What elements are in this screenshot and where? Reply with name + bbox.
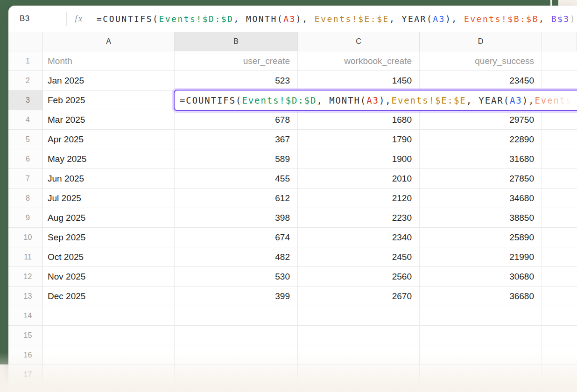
cell-D17[interactable]	[420, 365, 542, 385]
cell-A2[interactable]: Jan 2025	[43, 71, 175, 91]
cell-B1[interactable]: user_create	[175, 51, 298, 71]
cell-B16[interactable]	[175, 345, 298, 365]
cell-B4[interactable]: 678	[175, 110, 298, 130]
cell-E16[interactable]	[542, 345, 577, 365]
cell-A3[interactable]: Feb 2025	[43, 91, 175, 110]
column-header-e[interactable]	[542, 32, 577, 51]
cell-B13[interactable]: 399	[175, 287, 298, 306]
cell-B5[interactable]: 367	[175, 130, 298, 149]
cell-A14[interactable]	[43, 306, 175, 326]
cell-D[interactable]	[420, 385, 542, 392]
cell-C14[interactable]	[298, 306, 420, 326]
cell-D12[interactable]: 30680	[420, 267, 542, 287]
row-header-3[interactable]: 3	[8, 91, 43, 110]
cell-B12[interactable]: 530	[175, 267, 298, 287]
cell-B9[interactable]: 398	[175, 208, 298, 228]
row-header-6[interactable]: 6	[8, 149, 43, 169]
cell-B10[interactable]: 674	[175, 228, 298, 247]
cell-C1[interactable]: workbook_create	[298, 51, 420, 71]
cell-B[interactable]	[175, 385, 298, 392]
cell-E13[interactable]	[542, 287, 577, 306]
column-header-a[interactable]: A	[43, 32, 175, 51]
cell-reference-box[interactable]: B3	[8, 14, 66, 23]
cell-B11[interactable]: 482	[175, 247, 298, 267]
row-header-14[interactable]: 14	[8, 306, 43, 326]
cell-B7[interactable]: 455	[175, 169, 298, 189]
cell-A17[interactable]	[43, 365, 175, 385]
cell-E6[interactable]	[542, 149, 577, 169]
cell-C17[interactable]	[298, 365, 420, 385]
cell-A15[interactable]	[43, 326, 175, 345]
cell-E14[interactable]	[542, 306, 577, 326]
cell-C[interactable]	[298, 385, 420, 392]
row-header-17[interactable]: 17	[8, 365, 43, 385]
column-header-c[interactable]: C	[298, 32, 420, 51]
cell-D9[interactable]: 38850	[420, 208, 542, 228]
cell-C16[interactable]	[298, 345, 420, 365]
cell-A9[interactable]: Aug 2025	[43, 208, 175, 228]
cell-D2[interactable]: 23450	[420, 71, 542, 91]
cell-D4[interactable]: 29750	[420, 110, 542, 130]
cell-C5[interactable]: 1790	[298, 130, 420, 149]
cell-E9[interactable]	[542, 208, 577, 228]
row-header-1[interactable]: 1	[8, 51, 43, 71]
cell-B15[interactable]	[175, 326, 298, 345]
cell-A6[interactable]: May 2025	[43, 149, 175, 169]
cell-E4[interactable]	[542, 110, 577, 130]
cell-E5[interactable]	[542, 130, 577, 149]
cell-E[interactable]	[542, 385, 577, 392]
cell-A10[interactable]: Sep 2025	[43, 228, 175, 247]
cell-E17[interactable]	[542, 365, 577, 385]
cell-A7[interactable]: Jun 2025	[43, 169, 175, 189]
cell-A13[interactable]: Dec 2025	[43, 287, 175, 306]
cell-A5[interactable]: Apr 2025	[43, 130, 175, 149]
cell-E7[interactable]	[542, 169, 577, 189]
row-header-13[interactable]: 13	[8, 287, 43, 306]
cell-A16[interactable]	[43, 345, 175, 365]
cell-E12[interactable]	[542, 267, 577, 287]
cell-D11[interactable]: 21990	[420, 247, 542, 267]
grid-corner-cell[interactable]	[8, 32, 43, 51]
cell-B6[interactable]: 589	[175, 149, 298, 169]
cell-E2[interactable]	[542, 71, 577, 91]
cell-B14[interactable]	[175, 306, 298, 326]
cell-E11[interactable]	[542, 247, 577, 267]
cell-D13[interactable]: 36680	[420, 287, 542, 306]
cell-C10[interactable]: 2340	[298, 228, 420, 247]
row-header-9[interactable]: 9	[8, 208, 43, 228]
cell-B2[interactable]: 523	[175, 71, 298, 91]
cell-D6[interactable]: 31680	[420, 149, 542, 169]
cell-B8[interactable]: 612	[175, 189, 298, 208]
cell-C15[interactable]	[298, 326, 420, 345]
row-header-16[interactable]: 16	[8, 345, 43, 365]
cell-A4[interactable]: Mar 2025	[43, 110, 175, 130]
cell-D5[interactable]: 22890	[420, 130, 542, 149]
row-header-15[interactable]: 15	[8, 326, 43, 345]
cell-D1[interactable]: query_success	[420, 51, 542, 71]
column-header-b[interactable]: B	[175, 32, 298, 51]
cell-C7[interactable]: 2010	[298, 169, 420, 189]
row-header-x[interactable]	[8, 385, 43, 392]
cell-D7[interactable]: 27850	[420, 169, 542, 189]
row-header-12[interactable]: 12	[8, 267, 43, 287]
row-header-8[interactable]: 8	[8, 189, 43, 208]
cell-D14[interactable]	[420, 306, 542, 326]
formula-input[interactable]: =COUNTIFS(Events!$D:$D, MONTH(A3), Event…	[97, 14, 577, 24]
cell-A[interactable]	[43, 385, 175, 392]
cell-D15[interactable]	[420, 326, 542, 345]
cell-C12[interactable]: 2560	[298, 267, 420, 287]
cell-C8[interactable]: 2120	[298, 189, 420, 208]
cell-B17[interactable]	[175, 365, 298, 385]
cell-E1[interactable]	[542, 51, 577, 71]
cell-D10[interactable]: 25890	[420, 228, 542, 247]
cell-C13[interactable]: 2670	[298, 287, 420, 306]
column-header-d[interactable]: D	[420, 32, 542, 51]
cell-C6[interactable]: 1900	[298, 149, 420, 169]
row-header-5[interactable]: 5	[8, 130, 43, 149]
cell-C4[interactable]: 1680	[298, 110, 420, 130]
cell-E10[interactable]	[542, 228, 577, 247]
cell-D8[interactable]: 34680	[420, 189, 542, 208]
cell-A12[interactable]: Nov 2025	[43, 267, 175, 287]
cell-C9[interactable]: 2230	[298, 208, 420, 228]
cell-C11[interactable]: 2450	[298, 247, 420, 267]
